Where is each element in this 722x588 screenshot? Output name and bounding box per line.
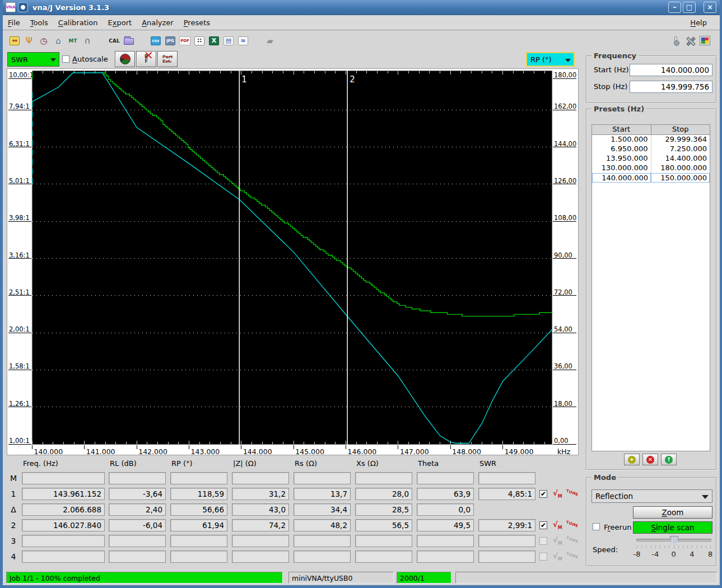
menu-tools[interactable]: Tools [25, 17, 53, 29]
sample-points-icon[interactable]: ∷ [193, 34, 206, 48]
preset-row[interactable]: 6.950.0007.250.000 [592, 144, 710, 154]
marker-field[interactable] [170, 550, 227, 563]
export-jpg-icon[interactable]: JPG [164, 34, 177, 48]
marker-field[interactable]: 2.066.688 [22, 503, 105, 516]
marker-field[interactable]: 48,2 [294, 519, 351, 531]
minimize-button[interactable]: – [668, 2, 681, 13]
marker-field[interactable] [478, 535, 535, 547]
speed-slider-thumb[interactable] [670, 536, 678, 544]
marker-field[interactable]: 56,66 [170, 503, 227, 516]
export-pdf-icon[interactable]: PDF [178, 34, 192, 48]
marker-field[interactable] [170, 535, 227, 547]
preset-cell[interactable]: 13.950.000 [592, 154, 651, 164]
marker-field[interactable]: 74,2 [232, 519, 289, 531]
menu-presets[interactable]: Presets [179, 17, 215, 29]
marker-field[interactable]: 43,0 [232, 503, 289, 516]
marker-field[interactable] [22, 550, 105, 563]
preset-delete-button[interactable]: ✕ [642, 454, 658, 465]
left-scale-select[interactable]: SWR [7, 52, 59, 67]
right-scale-select[interactable]: RP (°) [526, 52, 575, 67]
menu-analyzer[interactable]: Analyzer [137, 17, 179, 29]
marker-field[interactable]: 34,4 [294, 503, 351, 516]
marker-visible-checkbox[interactable] [539, 537, 547, 545]
marker-field[interactable] [478, 550, 535, 563]
presets-column-header[interactable]: Stop [651, 125, 710, 134]
marker-field[interactable]: 143.961.152 [22, 488, 105, 500]
autoscale-checkbox[interactable] [62, 55, 69, 63]
marker-field[interactable] [355, 550, 412, 563]
settings-tools-icon[interactable] [683, 34, 697, 48]
preset-load-button[interactable]: ↑ [661, 454, 677, 465]
title-bar[interactable]: VNA vna/J Version 3.1.3 – □ × [3, 0, 720, 15]
marker-field[interactable] [294, 535, 351, 547]
export-csv-icon[interactable]: csv [149, 34, 162, 48]
menu-export[interactable]: Export [103, 17, 137, 29]
presets-table[interactable]: StartStop1.500.00029.999.3646.950.0007.2… [591, 124, 710, 451]
marker-field[interactable] [417, 535, 474, 547]
marker-field[interactable] [22, 472, 105, 484]
preset-cell[interactable]: 140.000.000 [592, 173, 651, 183]
magnet-icon[interactable]: ∩ [81, 34, 94, 48]
preset-row[interactable]: 1.500.00029.999.364 [592, 135, 710, 144]
chart-export-icon[interactable]: ≈ [236, 34, 250, 48]
eraser-icon[interactable]: ▰ [263, 34, 277, 48]
marker-field[interactable]: 49,5 [417, 519, 474, 531]
marker-field[interactable] [22, 535, 105, 547]
mode-select[interactable]: Reflection [591, 489, 712, 503]
menu-help[interactable]: Help [685, 17, 712, 29]
multi-tune-icon[interactable]: MT [66, 34, 80, 48]
chart-canvas[interactable]: 140.000141.000142.000143.000144.000145.0… [7, 69, 578, 455]
color-palette-icon[interactable] [698, 34, 711, 48]
start-hz-field[interactable]: 140.000.000 [630, 64, 712, 76]
marker-field[interactable] [294, 550, 351, 563]
preset-cell[interactable]: 7.250.000 [651, 144, 710, 154]
tune-icon[interactable]: TUNE [566, 520, 578, 525]
marker-field[interactable] [294, 472, 351, 484]
preset-cell[interactable]: 130.000.000 [592, 164, 651, 173]
marker-visible-checkbox[interactable] [539, 553, 547, 561]
marker-visible-checkbox[interactable]: ✔ [539, 521, 547, 529]
window-menu-icon[interactable] [18, 2, 28, 12]
marker-field[interactable]: 28,5 [355, 503, 412, 516]
presets-column-header[interactable]: Start [592, 125, 651, 134]
preset-cell[interactable]: 14.400.000 [651, 154, 710, 164]
marker-visible-checkbox[interactable]: ✔ [539, 490, 547, 498]
marker-field[interactable] [109, 535, 166, 547]
marker-field[interactable]: -6,04 [109, 519, 166, 531]
marker-field[interactable]: -3,64 [109, 488, 166, 500]
marker-field[interactable] [232, 550, 289, 563]
preset-cell[interactable]: 150.000.000 [651, 173, 710, 183]
marker-field[interactable] [232, 535, 289, 547]
tune-icon[interactable]: TUNE [566, 552, 578, 556]
marker-field[interactable] [417, 472, 474, 484]
sqrt-marker-icon[interactable]: √M [553, 536, 562, 546]
antenna-icon[interactable]: Ψ [22, 34, 36, 48]
marker-field[interactable]: 61,94 [170, 519, 227, 531]
marker-field[interactable] [170, 472, 227, 484]
preset-cell[interactable]: 6.950.000 [592, 144, 651, 154]
marker-field[interactable] [417, 550, 474, 563]
preset-add-button[interactable]: + [624, 454, 640, 465]
freerun-checkbox[interactable] [593, 523, 600, 530]
marker-field[interactable]: 2,40 [109, 503, 166, 516]
wavelength-ruler-icon[interactable]: ↔ [8, 34, 21, 48]
marker-field[interactable] [478, 472, 535, 484]
sqrt-marker-icon[interactable]: √M [553, 520, 562, 530]
port-extension-off-button[interactable]: PortExt. [157, 51, 178, 67]
close-button[interactable]: × [704, 2, 716, 13]
tune-icon[interactable]: TUNE [566, 489, 578, 493]
marker-field[interactable]: 31,2 [232, 488, 289, 500]
preset-row[interactable]: 13.950.00014.400.000 [592, 154, 710, 164]
marker-field[interactable] [232, 472, 289, 484]
marker-field[interactable]: 56,5 [355, 519, 412, 531]
smith-chart-button[interactable] [115, 51, 135, 67]
marker-field[interactable]: 2,99:1 [478, 519, 535, 531]
menu-calibration[interactable]: Calibration [53, 17, 103, 29]
export-xls-icon[interactable]: X [207, 34, 221, 48]
preset-cell[interactable]: 1.500.000 [592, 135, 651, 144]
thermometer-icon[interactable] [669, 34, 682, 48]
marker-field[interactable] [109, 472, 166, 484]
marker-field[interactable] [355, 535, 412, 547]
tune-icon[interactable]: TUNE [566, 536, 578, 540]
preset-cell[interactable]: 29.999.364 [651, 135, 710, 144]
